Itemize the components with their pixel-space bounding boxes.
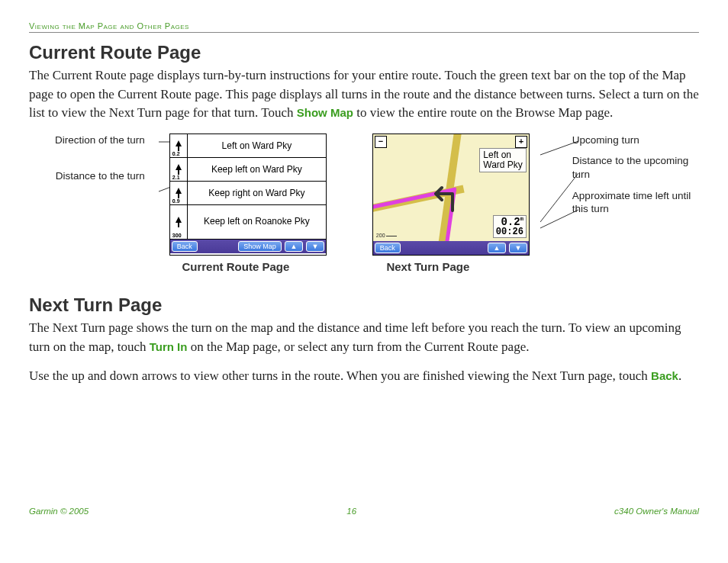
map-scale: 200 bbox=[376, 233, 397, 238]
figure-row: Direction of the turn Distance to the tu… bbox=[29, 134, 699, 273]
heading-next-turn: Next Turn Page bbox=[29, 294, 699, 316]
turn-text: Keep left on Roanoke Pky bbox=[188, 217, 326, 227]
show-map-button[interactable]: Show Map bbox=[238, 241, 282, 252]
turn-direction-icon: 0.9 bbox=[170, 182, 188, 204]
scroll-up-button[interactable]: ▲ bbox=[285, 241, 303, 252]
turn-direction-icon: 0.2 bbox=[170, 134, 188, 157]
figure-next-turn: − + Left on Ward Pky 0.2m 00:26 200 Back… bbox=[327, 134, 530, 273]
para-next-turn-2: Use the up and down arrows to view other… bbox=[29, 367, 699, 386]
turn-distance: 0.2 bbox=[172, 151, 180, 156]
callout-distance-upcoming: Distance to the upcoming turn bbox=[572, 154, 699, 181]
figure-caption: Current Route Page bbox=[182, 260, 289, 273]
distance-time-box: 0.2m 00:26 bbox=[493, 215, 527, 238]
scroll-up-button[interactable]: ▲ bbox=[488, 243, 506, 253]
turn-distance: 300 bbox=[172, 233, 182, 238]
screenshot-toolbar: Back ▲ ▼ bbox=[373, 241, 529, 255]
route-row[interactable]: 0.9 Keep right on Ward Pky bbox=[170, 182, 326, 205]
callout-upcoming-turn: Upcoming turn bbox=[572, 134, 699, 147]
time-value: 00:26 bbox=[496, 227, 523, 237]
turn-text: Left on Ward Pky bbox=[188, 140, 326, 151]
footer-page-number: 16 bbox=[346, 507, 356, 516]
route-row[interactable]: 0.2 Left on Ward Pky bbox=[170, 134, 326, 158]
footer-doc-title: c340 Owner's Manual bbox=[614, 507, 699, 516]
back-button[interactable]: Back bbox=[375, 243, 401, 253]
screenshot-next-turn: − + Left on Ward Pky 0.2m 00:26 200 Back… bbox=[372, 134, 530, 256]
callout-time-left: Approximate time left until this turn bbox=[572, 189, 699, 216]
text: Left on bbox=[483, 150, 511, 160]
route-row[interactable]: 2.1 Keep left on Ward Pky bbox=[170, 158, 326, 182]
turn-distance: 0.9 bbox=[172, 198, 180, 204]
turn-direction-icon: 2.1 bbox=[170, 158, 188, 181]
text: Use the up and down arrows to view other… bbox=[29, 368, 651, 383]
figure-current-route: 0.2 Left on Ward Pky 2.1 Keep left on Wa… bbox=[145, 134, 327, 273]
para-current-route: The Current Route page displays turn-by-… bbox=[29, 66, 699, 123]
zoom-out-button[interactable]: − bbox=[375, 136, 387, 148]
link-show-map[interactable]: Show Map bbox=[297, 106, 353, 119]
link-turn-in[interactable]: Turn In bbox=[150, 340, 188, 353]
screenshot-current-route: 0.2 Left on Ward Pky 2.1 Keep left on Wa… bbox=[169, 134, 327, 256]
callouts-left: Direction of the turn Distance to the tu… bbox=[29, 134, 145, 206]
text: on the Map page, or select any turn from… bbox=[187, 339, 529, 354]
callout-direction: Direction of the turn bbox=[29, 134, 145, 147]
scale-value: 200 bbox=[376, 233, 385, 238]
upcoming-turn-label: Left on Ward Pky bbox=[479, 148, 527, 172]
text: to view the entire route on the Browse M… bbox=[353, 105, 613, 120]
section-header: Viewing the Map Page and Other Pages bbox=[29, 21, 699, 33]
text: Ward Pky bbox=[483, 159, 523, 170]
footer-copyright: Garmin © 2005 bbox=[29, 507, 89, 516]
scroll-down-button[interactable]: ▼ bbox=[509, 243, 527, 253]
callouts-right: Upcoming turn Distance to the upcoming t… bbox=[572, 134, 699, 224]
screenshot-toolbar: Back Show Map ▲ ▼ bbox=[170, 240, 326, 253]
page-footer: Garmin © 2005 16 c340 Owner's Manual bbox=[29, 507, 699, 516]
heading-current-route: Current Route Page bbox=[29, 42, 699, 63]
callout-distance: Distance to the turn bbox=[29, 169, 145, 183]
scroll-down-button[interactable]: ▼ bbox=[306, 241, 324, 252]
zoom-in-button[interactable]: + bbox=[515, 136, 527, 148]
turn-text: Keep right on Ward Pky bbox=[188, 188, 326, 198]
link-back[interactable]: Back bbox=[651, 369, 678, 382]
turn-arrow-icon bbox=[430, 180, 463, 214]
figure-caption: Next Turn Page bbox=[386, 260, 469, 273]
para-next-turn-1: The Next Turn page shows the turn on the… bbox=[29, 319, 699, 356]
turn-text: Keep left on Ward Pky bbox=[188, 164, 326, 175]
text: . bbox=[678, 368, 681, 383]
turn-distance: 2.1 bbox=[172, 175, 180, 180]
route-row[interactable]: 300 Keep left on Roanoke Pky bbox=[170, 205, 326, 240]
turn-direction-icon: 300 bbox=[170, 205, 188, 239]
back-button[interactable]: Back bbox=[172, 241, 198, 252]
